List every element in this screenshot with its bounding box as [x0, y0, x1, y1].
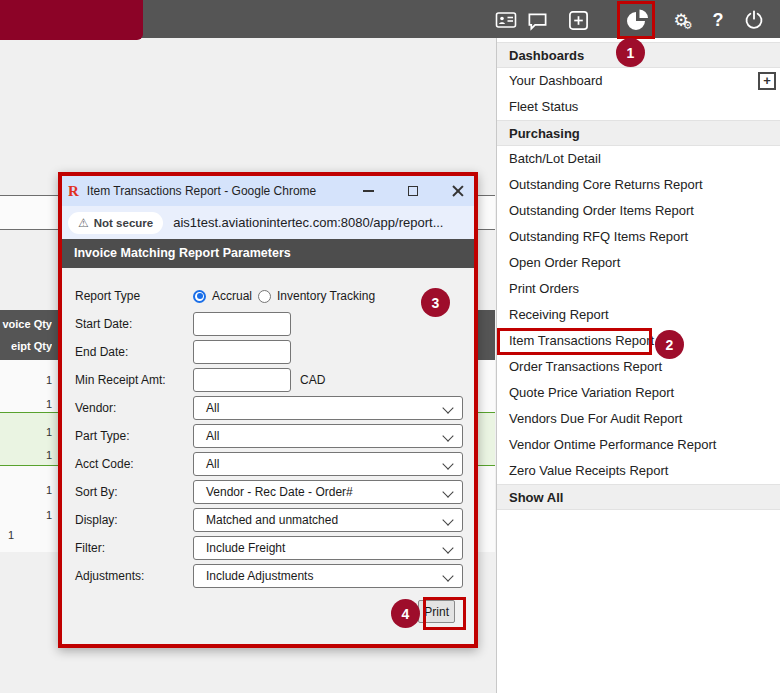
sidebar-item-batch-lot-detail[interactable]: Batch/Lot Detail	[497, 146, 780, 172]
field-row-min-receipt-amt: Min Receipt Amt:CAD	[75, 366, 465, 394]
top-bar: ⚙⚙ ?	[0, 0, 780, 38]
min-receipt-amt-label: Min Receipt Amt:	[75, 373, 193, 387]
sort-by-label: Sort By:	[75, 485, 193, 499]
label: Outstanding Order Items Report	[509, 203, 694, 218]
table-footer-value: 1	[8, 529, 14, 541]
sidebar-item-vendor-ontime-performance-report[interactable]: Vendor Ontime Performance Report	[497, 432, 780, 458]
sidebar-item-outstanding-core-returns-report[interactable]: Outstanding Core Returns Report	[497, 172, 780, 198]
label: Outstanding Core Returns Report	[509, 177, 703, 192]
address-bar[interactable]: ⚠ Not secure ais1test.aviationintertec.c…	[62, 206, 474, 239]
field-row-display: Display:Matched and unmatched	[75, 506, 465, 534]
security-chip[interactable]: ⚠ Not secure	[68, 212, 163, 234]
table-cell-qty: 1	[0, 398, 52, 410]
sidebar-item-your-dashboard[interactable]: Your Dashboard+	[497, 68, 780, 94]
label: Batch/Lot Detail	[509, 151, 601, 166]
part-type-label: Part Type:	[75, 429, 193, 443]
currency-label: CAD	[300, 373, 325, 387]
chat-icon[interactable]	[524, 7, 550, 33]
sidebar-item-receiving-report[interactable]: Receiving Report	[497, 302, 780, 328]
raas-logo-icon: R	[68, 183, 79, 200]
security-label: Not secure	[94, 217, 153, 229]
label: Quote Price Variation Report	[509, 385, 674, 400]
sidebar-item-vendors-due-for-audit-report[interactable]: Vendors Due For Audit Report	[497, 406, 780, 432]
accrual-radio-label: Accrual	[212, 289, 252, 303]
sidebar-item-zero-value-receipts-report[interactable]: Zero Value Receipts Report	[497, 458, 780, 484]
annotation-step-3: 3	[421, 288, 450, 317]
field-row-vendor: Vendor:All	[75, 394, 465, 422]
report-form: Report Type Accrual Inventory Tracking S…	[62, 268, 474, 623]
sidebar-item-outstanding-order-items-report[interactable]: Outstanding Order Items Report	[497, 198, 780, 224]
label: Your Dashboard	[509, 73, 602, 88]
url-text: ais1test.aviationintertec.com:8080/app/r…	[173, 215, 443, 230]
label: Fleet Status	[509, 99, 578, 114]
add-dashboard-button[interactable]: +	[758, 72, 776, 90]
sidebar-item-print-orders[interactable]: Print Orders	[497, 276, 780, 302]
acct-code-select[interactable]: All	[193, 452, 463, 476]
contact-card-icon[interactable]	[493, 7, 519, 33]
sidebar-item-open-order-report[interactable]: Open Order Report	[497, 250, 780, 276]
dialog-header: Invoice Matching Report Parameters	[62, 239, 474, 268]
sidebar-item-order-transactions-report[interactable]: Order Transactions Report	[497, 354, 780, 380]
annotation-box-print-button	[423, 597, 466, 630]
screen: voice Qty eipt Qty 1111111	[0, 0, 780, 693]
accrual-radio[interactable]	[193, 290, 206, 303]
power-icon[interactable]	[741, 7, 767, 33]
filter-label: Filter:	[75, 541, 193, 555]
annotation-step-1: 1	[616, 38, 645, 67]
table-cell-qty: 1	[0, 449, 52, 461]
close-icon[interactable]	[452, 185, 464, 197]
help-icon[interactable]: ?	[705, 7, 731, 33]
inventory-tracking-radio-label: Inventory Tracking	[277, 289, 375, 303]
label: Outstanding RFQ Items Report	[509, 229, 688, 244]
label: Print Orders	[509, 281, 579, 296]
vendor-select[interactable]: All	[193, 396, 463, 420]
field-row-sort-by: Sort By:Vendor - Rec Date - Order#	[75, 478, 465, 506]
field-row-adjustments: Adjustments:Include Adjustments	[75, 562, 465, 590]
start-date-input[interactable]	[193, 312, 291, 336]
column-header-invoice-qty: voice Qty	[0, 318, 52, 330]
end-date-label: End Date:	[75, 345, 193, 359]
selected-value: All	[206, 401, 219, 415]
end-date-input[interactable]	[193, 340, 291, 364]
field-row-start-date: Start Date:	[75, 310, 465, 338]
acct-code-label: Acct Code:	[75, 457, 193, 471]
chevron-down-icon	[442, 430, 453, 441]
report-type-label: Report Type	[75, 289, 193, 303]
brand-logo-block[interactable]	[0, 0, 143, 40]
inventory-tracking-radio[interactable]	[258, 290, 271, 303]
selected-value: All	[206, 457, 219, 471]
label: Dashboards	[509, 48, 584, 63]
minimize-icon[interactable]	[363, 190, 374, 192]
window-title-bar: R Item Transactions Report - Google Chro…	[62, 176, 474, 206]
label: Show All	[509, 490, 563, 505]
display-select[interactable]: Matched and unmatched	[193, 508, 463, 532]
min-receipt-amt-input[interactable]	[193, 368, 291, 392]
adjustments-select[interactable]: Include Adjustments	[193, 564, 463, 588]
label: Purchasing	[509, 126, 580, 141]
add-window-icon[interactable]	[565, 7, 591, 33]
column-header-receipt-qty: eipt Qty	[0, 340, 52, 352]
table-cell-qty: 1	[0, 374, 52, 386]
label: Zero Value Receipts Report	[509, 463, 668, 478]
adjustments-label: Adjustments:	[75, 569, 193, 583]
maximize-icon[interactable]	[408, 186, 418, 196]
annotation-step-4: 4	[391, 599, 420, 628]
label: Receiving Report	[509, 307, 609, 322]
part-type-select[interactable]: All	[193, 424, 463, 448]
chevron-down-icon	[442, 542, 453, 553]
sidebar-item-outstanding-rfq-items-report[interactable]: Outstanding RFQ Items Report	[497, 224, 780, 250]
settings-gears-icon[interactable]: ⚙⚙	[668, 7, 698, 33]
label: Vendor Ontime Performance Report	[509, 437, 716, 452]
report-parameters-window: R Item Transactions Report - Google Chro…	[58, 172, 478, 648]
table-cell-qty: 1	[0, 509, 52, 521]
selected-value: All	[206, 429, 219, 443]
sidebar-item-quote-price-variation-report[interactable]: Quote Price Variation Report	[497, 380, 780, 406]
chevron-down-icon	[442, 514, 453, 525]
sort-by-select[interactable]: Vendor - Rec Date - Order#	[193, 480, 463, 504]
selected-value: Include Adjustments	[206, 569, 313, 583]
annotation-step-2: 2	[655, 330, 684, 359]
sidebar-item-fleet-status[interactable]: Fleet Status	[497, 94, 780, 120]
chevron-down-icon	[442, 458, 453, 469]
filter-select[interactable]: Include Freight	[193, 536, 463, 560]
table-cell-qty: 1	[0, 484, 52, 496]
